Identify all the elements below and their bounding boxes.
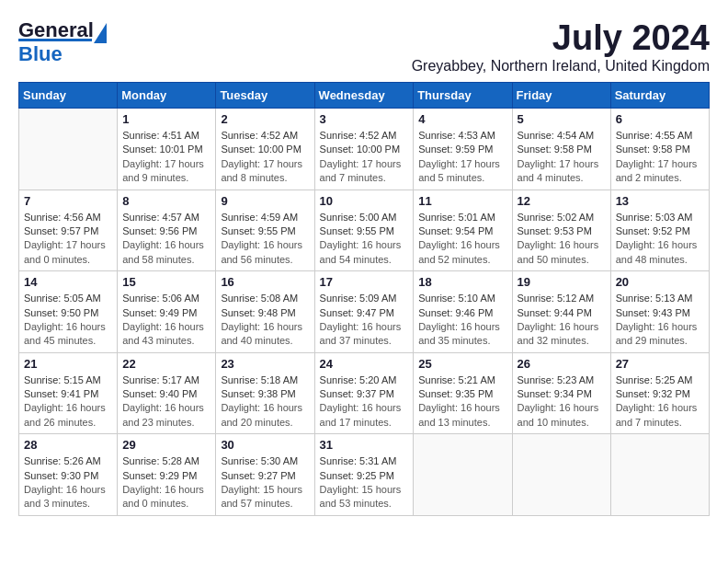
day-info: Sunrise: 5:05 AMSunset: 9:50 PMDaylight:… (24, 292, 112, 349)
col-header-monday: Monday (118, 83, 216, 109)
col-header-tuesday: Tuesday (216, 83, 314, 109)
location: Greyabbey, Northern Ireland, United King… (412, 58, 710, 75)
day-info: Sunrise: 4:57 AMSunset: 9:56 PMDaylight:… (122, 211, 210, 268)
calendar-cell: 13Sunrise: 5:03 AMSunset: 9:52 PMDayligh… (610, 190, 709, 271)
day-number: 7 (24, 194, 112, 208)
day-info: Sunrise: 5:01 AMSunset: 9:54 PMDaylight:… (418, 211, 506, 268)
col-header-wednesday: Wednesday (314, 83, 414, 109)
calendar-cell: 27Sunrise: 5:25 AMSunset: 9:32 PMDayligh… (610, 352, 709, 434)
calendar: SundayMondayTuesdayWednesdayThursdayFrid… (18, 82, 710, 516)
day-info: Sunrise: 5:21 AMSunset: 9:35 PMDaylight:… (418, 373, 506, 431)
calendar-cell: 31Sunrise: 5:31 AMSunset: 9:25 PMDayligh… (314, 434, 414, 516)
month-year: July 2024 (412, 18, 710, 58)
calendar-cell: 10Sunrise: 5:00 AMSunset: 9:55 PMDayligh… (314, 190, 414, 271)
day-info: Sunrise: 5:08 AMSunset: 9:48 PMDaylight:… (221, 292, 309, 349)
day-info: Sunrise: 5:31 AMSunset: 9:25 PMDaylight:… (320, 454, 409, 511)
calendar-cell: 9Sunrise: 4:59 AMSunset: 9:55 PMDaylight… (216, 190, 314, 271)
day-number: 3 (320, 112, 409, 126)
day-number: 24 (320, 357, 409, 371)
day-number: 19 (518, 275, 606, 289)
calendar-cell: 22Sunrise: 5:17 AMSunset: 9:40 PMDayligh… (118, 352, 216, 434)
calendar-cell: 11Sunrise: 5:01 AMSunset: 9:54 PMDayligh… (414, 190, 512, 271)
day-info: Sunrise: 5:15 AMSunset: 9:41 PMDaylight:… (24, 373, 112, 431)
calendar-cell: 23Sunrise: 5:18 AMSunset: 9:38 PMDayligh… (216, 352, 314, 434)
calendar-cell: 8Sunrise: 4:57 AMSunset: 9:56 PMDaylight… (118, 190, 216, 271)
day-number: 21 (24, 357, 112, 371)
day-number: 23 (221, 357, 309, 371)
calendar-cell: 26Sunrise: 5:23 AMSunset: 9:34 PMDayligh… (512, 352, 610, 434)
day-info: Sunrise: 5:28 AMSunset: 9:29 PMDaylight:… (122, 454, 210, 511)
day-info: Sunrise: 5:20 AMSunset: 9:37 PMDaylight:… (320, 373, 409, 431)
day-number: 29 (122, 438, 210, 452)
day-info: Sunrise: 5:09 AMSunset: 9:47 PMDaylight:… (320, 292, 409, 349)
calendar-cell (610, 434, 709, 516)
calendar-cell (512, 434, 610, 516)
calendar-cell: 30Sunrise: 5:30 AMSunset: 9:27 PMDayligh… (216, 434, 314, 516)
day-number: 22 (122, 357, 210, 371)
day-info: Sunrise: 5:00 AMSunset: 9:55 PMDaylight:… (320, 211, 409, 268)
calendar-cell: 7Sunrise: 4:56 AMSunset: 9:57 PMDaylight… (19, 190, 118, 271)
calendar-cell: 15Sunrise: 5:06 AMSunset: 9:49 PMDayligh… (118, 271, 216, 353)
calendar-cell: 28Sunrise: 5:26 AMSunset: 9:30 PMDayligh… (19, 434, 118, 516)
day-info: Sunrise: 5:13 AMSunset: 9:43 PMDaylight:… (616, 292, 704, 349)
day-info: Sunrise: 5:18 AMSunset: 9:38 PMDaylight:… (221, 373, 309, 431)
day-info: Sunrise: 5:10 AMSunset: 9:46 PMDaylight:… (418, 292, 506, 349)
calendar-cell (19, 109, 118, 190)
day-info: Sunrise: 5:06 AMSunset: 9:49 PMDaylight:… (122, 292, 210, 349)
day-info: Sunrise: 4:52 AMSunset: 10:00 PMDaylight… (320, 129, 409, 186)
day-info: Sunrise: 5:26 AMSunset: 9:30 PMDaylight:… (24, 454, 112, 511)
day-info: Sunrise: 5:30 AMSunset: 9:27 PMDaylight:… (221, 454, 309, 511)
col-header-saturday: Saturday (610, 83, 709, 109)
day-number: 28 (24, 438, 112, 452)
day-info: Sunrise: 5:23 AMSunset: 9:34 PMDaylight:… (518, 373, 606, 431)
day-number: 18 (418, 275, 506, 289)
day-number: 17 (320, 275, 409, 289)
calendar-cell: 14Sunrise: 5:05 AMSunset: 9:50 PMDayligh… (19, 271, 118, 353)
calendar-cell: 17Sunrise: 5:09 AMSunset: 9:47 PMDayligh… (314, 271, 414, 353)
col-header-sunday: Sunday (19, 83, 118, 109)
day-number: 6 (616, 112, 704, 126)
calendar-cell: 19Sunrise: 5:12 AMSunset: 9:44 PMDayligh… (512, 271, 610, 353)
day-number: 10 (320, 194, 409, 208)
day-number: 16 (221, 275, 309, 289)
day-info: Sunrise: 4:56 AMSunset: 9:57 PMDaylight:… (24, 211, 112, 268)
day-number: 31 (320, 438, 409, 452)
day-number: 5 (518, 112, 606, 126)
day-number: 25 (418, 357, 506, 371)
calendar-cell: 29Sunrise: 5:28 AMSunset: 9:29 PMDayligh… (118, 434, 216, 516)
col-header-friday: Friday (512, 83, 610, 109)
day-number: 11 (418, 194, 506, 208)
calendar-cell: 12Sunrise: 5:02 AMSunset: 9:53 PMDayligh… (512, 190, 610, 271)
logo-blue: Blue (18, 39, 92, 66)
calendar-cell: 16Sunrise: 5:08 AMSunset: 9:48 PMDayligh… (216, 271, 314, 353)
calendar-cell: 25Sunrise: 5:21 AMSunset: 9:35 PMDayligh… (414, 352, 512, 434)
logo: General Blue (18, 18, 96, 66)
day-info: Sunrise: 5:02 AMSunset: 9:53 PMDaylight:… (518, 211, 606, 268)
day-number: 9 (221, 194, 309, 208)
calendar-cell: 2Sunrise: 4:52 AMSunset: 10:00 PMDayligh… (216, 109, 314, 190)
day-info: Sunrise: 5:12 AMSunset: 9:44 PMDaylight:… (518, 292, 606, 349)
day-info: Sunrise: 5:17 AMSunset: 9:40 PMDaylight:… (122, 373, 210, 431)
calendar-cell: 20Sunrise: 5:13 AMSunset: 9:43 PMDayligh… (610, 271, 709, 353)
day-info: Sunrise: 5:03 AMSunset: 9:52 PMDaylight:… (616, 211, 704, 268)
calendar-cell: 3Sunrise: 4:52 AMSunset: 10:00 PMDayligh… (314, 109, 414, 190)
calendar-cell: 5Sunrise: 4:54 AMSunset: 9:58 PMDaylight… (512, 109, 610, 190)
day-number: 27 (616, 357, 704, 371)
day-info: Sunrise: 4:54 AMSunset: 9:58 PMDaylight:… (518, 129, 606, 186)
calendar-cell: 21Sunrise: 5:15 AMSunset: 9:41 PMDayligh… (19, 352, 118, 434)
calendar-cell: 18Sunrise: 5:10 AMSunset: 9:46 PMDayligh… (414, 271, 512, 353)
day-info: Sunrise: 4:51 AMSunset: 10:01 PMDaylight… (122, 129, 210, 186)
day-number: 12 (518, 194, 606, 208)
day-info: Sunrise: 4:52 AMSunset: 10:00 PMDaylight… (221, 129, 309, 186)
day-info: Sunrise: 4:59 AMSunset: 9:55 PMDaylight:… (221, 211, 309, 268)
calendar-cell (414, 434, 512, 516)
col-header-thursday: Thursday (414, 83, 512, 109)
day-info: Sunrise: 4:53 AMSunset: 9:59 PMDaylight:… (418, 129, 506, 186)
day-number: 1 (122, 112, 210, 126)
calendar-cell: 4Sunrise: 4:53 AMSunset: 9:59 PMDaylight… (414, 109, 512, 190)
day-info: Sunrise: 4:55 AMSunset: 9:58 PMDaylight:… (616, 129, 704, 186)
day-number: 20 (616, 275, 704, 289)
day-number: 15 (122, 275, 210, 289)
calendar-cell: 6Sunrise: 4:55 AMSunset: 9:58 PMDaylight… (610, 109, 709, 190)
title-area: July 2024 Greyabbey, Northern Ireland, U… (412, 18, 710, 75)
